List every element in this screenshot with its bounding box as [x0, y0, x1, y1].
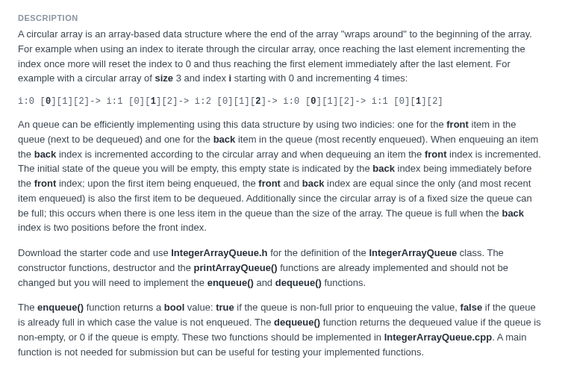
- text: index is incremented according to the ci…: [56, 149, 425, 160]
- bold-true: true: [216, 302, 234, 313]
- text: An queue can be efficiently implementing…: [18, 119, 446, 130]
- bold-back: back: [213, 134, 236, 145]
- bold-back: back: [302, 178, 325, 189]
- text: if the queue is non-full prior to enqueu…: [234, 302, 460, 313]
- bold-bool: bool: [164, 302, 184, 313]
- paragraph-intro: A circular array is an array-based data …: [18, 27, 544, 86]
- bold-false: false: [460, 302, 483, 313]
- code-bold: 0: [310, 96, 316, 107]
- code-seg: ][1][2]-> i:1 [0][: [316, 96, 416, 107]
- section-header: DESCRIPTION: [18, 13, 544, 22]
- text: index is two positions before the front …: [18, 222, 207, 233]
- text: starting with 0 and incrementing 4 times…: [231, 72, 408, 84]
- bold-size: size: [155, 72, 174, 84]
- bold-back: back: [34, 149, 57, 160]
- bold-front: front: [258, 178, 281, 189]
- paragraph-functions: The enqueue() function returns a bool va…: [18, 300, 544, 359]
- text: and: [281, 178, 302, 189]
- code-seg: ][1][2]-> i:1 [0][: [51, 96, 150, 107]
- bold-enqueue: enqueue(): [37, 302, 84, 313]
- bold-print-fn: printArrayQueue(): [194, 262, 278, 273]
- code-seg: ]-> i:0 [: [261, 96, 311, 107]
- bold-front: front: [446, 119, 469, 130]
- paragraph-queue: An queue can be efficiently implementing…: [18, 117, 544, 235]
- bold-cpp-file: IntegerArrayQueue.cpp: [384, 332, 493, 343]
- code-seg: ][2]-> i:2 [0][1][: [156, 96, 255, 107]
- bold-header-file: IntegerArrayQueue.h: [171, 247, 267, 258]
- bold-front: front: [34, 178, 57, 189]
- bold-enqueue: enqueue(): [207, 277, 254, 288]
- code-seg: i:0 [: [18, 96, 46, 107]
- bold-front: front: [425, 149, 447, 160]
- text: Download the starter code and use: [18, 247, 171, 258]
- text: 3 and index: [173, 72, 228, 84]
- code-bold: 1: [151, 96, 156, 107]
- text: value:: [184, 302, 216, 313]
- text: functions.: [322, 277, 366, 288]
- bold-back: back: [502, 208, 524, 219]
- code-bold: 2: [255, 96, 260, 107]
- code-example: i:0 [0][1][2]-> i:1 [0][1][2]-> i:2 [0][…: [18, 96, 544, 107]
- text: function returns a: [84, 302, 164, 313]
- bold-back: back: [372, 163, 395, 174]
- text: index; upon the first item being enqueue…: [56, 178, 258, 189]
- text: The: [18, 302, 37, 313]
- bold-dequeue: dequeue(): [275, 277, 322, 288]
- bold-class: IntegerArrayQueue: [369, 247, 457, 258]
- text: for the definition of the: [268, 247, 369, 258]
- paragraph-starter: Download the starter code and use Intege…: [18, 246, 544, 290]
- bold-dequeue: dequeue(): [274, 317, 320, 328]
- code-seg: ][2]: [421, 96, 443, 107]
- text: and: [254, 277, 275, 288]
